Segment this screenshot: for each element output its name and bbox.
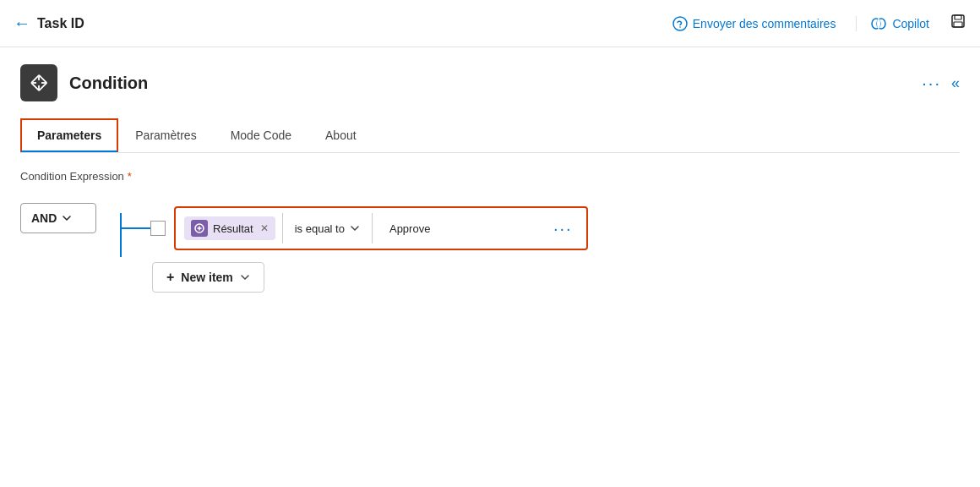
- node-collapse-button[interactable]: «: [951, 74, 960, 92]
- chevron-down-icon: [240, 272, 250, 282]
- feedback-label: Envoyer des commentaires: [693, 17, 836, 30]
- token-label: Résultat: [213, 222, 253, 235]
- copilot-label: Copilot: [892, 17, 929, 30]
- value-input[interactable]: [379, 217, 542, 240]
- node-title-left: Condition: [20, 64, 148, 101]
- bracket-horizontal-line: [120, 227, 150, 229]
- resultat-token: Résultat ✕: [184, 216, 275, 240]
- tab-parameters[interactable]: Parameters: [20, 118, 118, 152]
- new-item-button[interactable]: + New item: [152, 262, 264, 293]
- bracket-area: Résultat ✕ is equal to ···: [105, 205, 588, 293]
- node-name: Condition: [69, 74, 148, 93]
- condition-expression-label: Condition Expression*: [20, 170, 960, 183]
- operator-dropdown[interactable]: is equal to: [282, 213, 373, 244]
- node-more-button[interactable]: ···: [922, 74, 941, 93]
- back-button[interactable]: ←: [14, 14, 30, 33]
- tabs: Parameters Paramètres Mode Code About: [20, 118, 960, 153]
- and-section: AND: [20, 203, 960, 293]
- header-left: ← Task ID: [14, 14, 666, 33]
- header: ← Task ID Envoyer des commentaires Copil…: [0, 0, 980, 47]
- svg-point-0: [673, 17, 687, 30]
- node-title-right: ··· «: [922, 74, 960, 93]
- resultat-icon: [191, 220, 208, 237]
- copilot-icon: [870, 15, 887, 32]
- node-title-row: Condition ··· «: [20, 64, 960, 101]
- condition-expression-row: Résultat ✕ is equal to ···: [105, 206, 588, 250]
- new-item-label: New item: [181, 271, 232, 284]
- tab-about[interactable]: About: [308, 118, 373, 152]
- chevron-down-icon: [350, 223, 360, 233]
- expression-more-button[interactable]: ···: [548, 219, 578, 238]
- condition-node-icon: [20, 64, 57, 101]
- feedback-icon: [672, 16, 688, 31]
- save-icon[interactable]: [950, 13, 966, 34]
- tab-mode-code[interactable]: Mode Code: [214, 118, 308, 152]
- header-title: Task ID: [37, 16, 84, 31]
- required-marker: *: [128, 170, 132, 183]
- condition-expression-box: Résultat ✕ is equal to ···: [174, 206, 588, 250]
- bracket-vertical-line: [120, 213, 122, 257]
- chevron-down-icon: [62, 213, 72, 223]
- svg-point-1: [679, 26, 681, 28]
- tab-parametres[interactable]: Paramètres: [118, 118, 213, 152]
- svg-point-4: [877, 19, 880, 29]
- copilot-button[interactable]: Copilot: [870, 15, 943, 32]
- svg-rect-7: [954, 22, 962, 27]
- plus-icon: +: [166, 270, 174, 285]
- condition-checkbox[interactable]: [150, 221, 166, 236]
- main-content: Condition ··· « Parameters Paramètres Mo…: [0, 47, 980, 293]
- feedback-button[interactable]: Envoyer des commentaires: [672, 16, 858, 31]
- new-item-row: + New item: [152, 262, 264, 293]
- and-operator-dropdown[interactable]: AND: [20, 203, 96, 233]
- token-close-button[interactable]: ✕: [260, 222, 269, 234]
